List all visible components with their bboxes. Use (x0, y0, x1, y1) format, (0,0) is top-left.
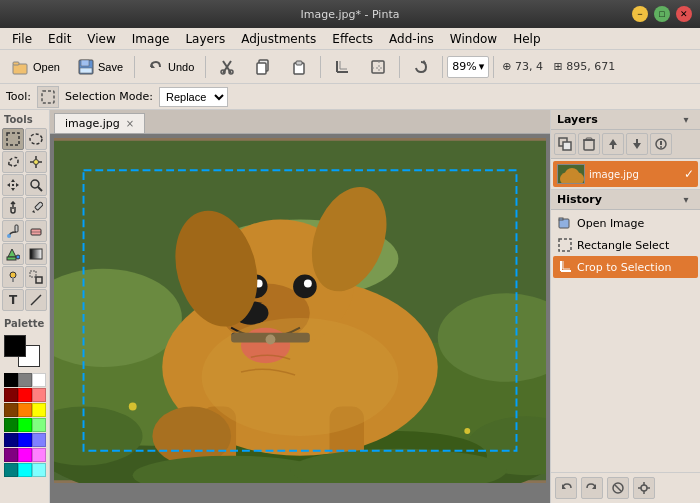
gradient-tool[interactable] (25, 243, 47, 265)
color-swatch-lightgreen[interactable] (32, 418, 46, 432)
menu-item-adjustments[interactable]: Adjustments (233, 30, 324, 48)
color-swatch-brown[interactable] (4, 403, 18, 417)
layer-item[interactable]: image.jpg ✓ (553, 161, 698, 187)
menu-item-window[interactable]: Window (442, 30, 505, 48)
tab-name: image.jpg (65, 117, 120, 130)
cut-button[interactable] (210, 54, 244, 80)
move-layer-down-button[interactable] (626, 133, 648, 155)
svg-point-44 (16, 255, 20, 259)
color-swatch-darkblue[interactable] (4, 433, 18, 447)
pencil-tool[interactable] (25, 197, 47, 219)
color-swatch-darkred[interactable] (4, 388, 18, 402)
crop-button[interactable] (325, 54, 359, 80)
layers-header-icons: ▾ (678, 112, 694, 128)
fg-bg-colors (4, 335, 40, 367)
color-swatch-red[interactable] (18, 388, 32, 402)
clear-history-button[interactable] (607, 477, 629, 499)
color-swatch-lightmagenta[interactable] (32, 448, 46, 462)
ellipse-select-tool[interactable] (25, 128, 47, 150)
layer-properties-button[interactable] (650, 133, 672, 155)
maximize-button[interactable]: □ (654, 6, 670, 22)
menu-item-view[interactable]: View (79, 30, 123, 48)
svg-rect-37 (35, 202, 43, 210)
menu-item-file[interactable]: File (4, 30, 40, 48)
color-swatch-gray[interactable] (18, 373, 32, 387)
clone-tool[interactable] (25, 266, 47, 288)
undo-button[interactable]: Undo (139, 54, 201, 80)
zoom-tool[interactable] (25, 174, 47, 196)
canvas-image[interactable] (54, 138, 546, 483)
menu-item-add-ins[interactable]: Add-ins (381, 30, 442, 48)
resize-button[interactable] (361, 54, 395, 80)
color-swatch-yellow[interactable] (32, 403, 46, 417)
text-tool[interactable]: T (2, 289, 24, 311)
save-button[interactable]: Save (69, 54, 130, 80)
minimize-button[interactable]: − (632, 6, 648, 22)
layer-visible-icon[interactable]: ✓ (684, 167, 694, 181)
menu-item-image[interactable]: Image (124, 30, 178, 48)
history-item-open-image[interactable]: Open Image (553, 212, 698, 234)
history-collapse-button[interactable]: ▾ (678, 192, 694, 208)
selection-mode-select[interactable]: Replace Add Remove Intersect (159, 87, 228, 107)
menu-item-layers[interactable]: Layers (177, 30, 233, 48)
history-item-rectangle-select[interactable]: Rectangle Select (553, 234, 698, 256)
history-panel: History ▾ Open Image Rectangle Select (551, 190, 700, 503)
color-picker-tool[interactable] (2, 266, 24, 288)
pan-tool[interactable] (2, 197, 24, 219)
menu-item-help[interactable]: Help (505, 30, 548, 48)
color-swatch-blue[interactable] (18, 433, 32, 447)
svg-marker-32 (7, 183, 10, 187)
svg-rect-13 (296, 61, 302, 65)
color-swatch-lightcyan[interactable] (32, 463, 46, 477)
menu-item-edit[interactable]: Edit (40, 30, 79, 48)
move-tool[interactable] (2, 174, 24, 196)
copy-button[interactable] (246, 54, 280, 80)
paste-button[interactable] (282, 54, 316, 80)
history-item-crop[interactable]: Crop to Selection (553, 256, 698, 278)
color-swatch-lightred[interactable] (32, 388, 46, 402)
color-swatch-lightblue[interactable] (32, 433, 46, 447)
history-settings-button[interactable] (633, 477, 655, 499)
lasso-tool[interactable] (2, 151, 24, 173)
separator-4 (399, 56, 400, 78)
add-layer-button[interactable] (554, 133, 576, 155)
color-swatch-darkgreen[interactable] (4, 418, 18, 432)
magic-wand-tool[interactable] (25, 151, 47, 173)
layers-collapse-button[interactable]: ▾ (678, 112, 694, 128)
palette-section: Palette (2, 316, 47, 479)
eraser-tool[interactable] (25, 220, 47, 242)
rectangle-select-tool[interactable] (2, 128, 24, 150)
color-swatch-orange[interactable] (18, 403, 32, 417)
rotate-cw-button[interactable] (404, 54, 438, 80)
tool-label: Tool: (6, 90, 31, 103)
close-button[interactable]: ✕ (676, 6, 692, 22)
layers-content: image.jpg ✓ (551, 159, 700, 189)
color-swatch-white[interactable] (32, 373, 46, 387)
color-swatch-black[interactable] (4, 373, 18, 387)
main-area: Tools (0, 110, 700, 503)
menu-item-effects[interactable]: Effects (324, 30, 381, 48)
line-tool[interactable] (25, 289, 47, 311)
redo-history-button[interactable] (581, 477, 603, 499)
svg-point-65 (464, 428, 470, 434)
open-icon (11, 57, 31, 77)
layers-actions (551, 130, 700, 159)
open-button[interactable]: Open (4, 54, 67, 80)
tab-close-button[interactable]: × (126, 118, 134, 129)
undo-history-button[interactable] (555, 477, 577, 499)
paintbrush-tool[interactable] (2, 220, 24, 242)
foreground-color[interactable] (4, 335, 26, 357)
color-swatch-purple[interactable] (4, 448, 18, 462)
color-swatch-cyan[interactable] (18, 463, 32, 477)
tool-options-bar: Tool: Selection Mode: Replace Add Remove… (0, 84, 700, 110)
move-layer-up-button[interactable] (602, 133, 624, 155)
color-swatch-teal[interactable] (4, 463, 18, 477)
delete-layer-button[interactable] (578, 133, 600, 155)
color-swatch-magenta[interactable] (18, 448, 32, 462)
zoom-control[interactable]: 89% ▾ (447, 56, 489, 78)
canvas-scroll[interactable] (50, 134, 550, 503)
paint-bucket-tool[interactable] (2, 243, 24, 265)
color-swatch-green[interactable] (18, 418, 32, 432)
svg-marker-30 (11, 179, 15, 182)
canvas-tab[interactable]: image.jpg × (54, 113, 145, 133)
